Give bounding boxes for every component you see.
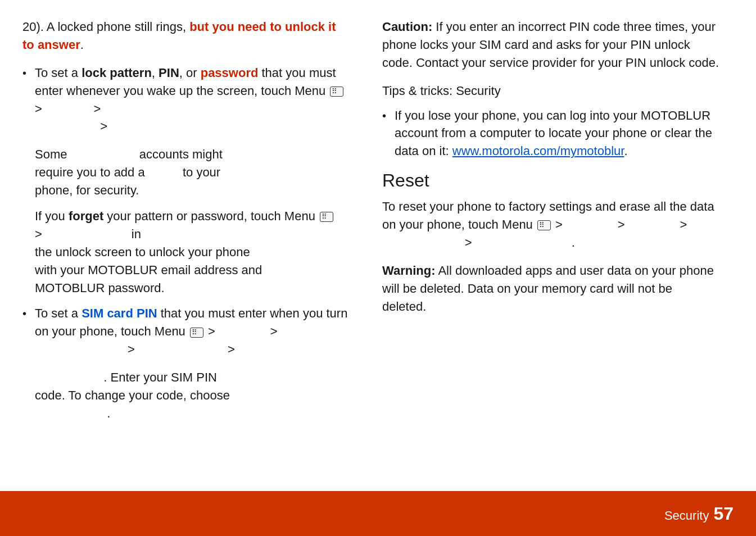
page-content: 20). A locked phone still rings, but you… (0, 0, 756, 491)
indent3-line2: with your MOTOBLUR email address and (35, 261, 348, 279)
menu-icon-3 (190, 328, 203, 338)
tips-bullet-dot: • (382, 108, 395, 161)
caution-label: Caution: (382, 20, 432, 34)
tips-link[interactable]: www.motorola.com/mymotoblur (452, 144, 624, 158)
indent1-line2: require you to add a to your (35, 163, 348, 181)
bullet1-prefix: To set a (35, 66, 82, 80)
intro-block: 20). A locked phone still rings, but you… (22, 18, 348, 54)
warning-label: Warning: (382, 264, 436, 278)
bullet1-bold3: password (201, 66, 259, 80)
caution-text: If you enter an incorrect PIN code three… (382, 20, 719, 70)
intro-text: 20). A locked phone still rings, (22, 20, 189, 34)
bullet-text-1: To set a lock pattern, PIN, or password … (35, 64, 348, 136)
indent4-line1: . Enter your SIM PIN (35, 369, 348, 387)
bullet-item-1: • To set a lock pattern, PIN, or passwor… (22, 64, 348, 136)
indent2-text: If you (35, 209, 69, 223)
indent4-line3: . (35, 405, 348, 423)
indent2-mid: your pattern or password, touch Menu (103, 209, 315, 223)
caution-block: Caution: If you enter an incorrect PIN c… (382, 18, 719, 72)
footer-page-number: 57 (713, 503, 734, 524)
footer-text: Security 57 (664, 503, 734, 524)
indent2-bold: forget (69, 209, 103, 223)
menu-icon-4 (537, 220, 551, 230)
indent3-line1: the unlock screen to unlock your phone (35, 243, 348, 261)
indent2-line1: If you forget your pattern or password, … (35, 207, 348, 243)
bullet2-prefix: To set a (35, 306, 82, 320)
menu-icon-2 (320, 212, 333, 222)
intro-end: . (80, 38, 84, 52)
gt-2: > (94, 102, 101, 116)
bullet-text-2: To set a SIM card PIN that you must ente… (35, 305, 348, 358)
gt-3: > (100, 119, 107, 133)
footer-section-label: Security (664, 508, 709, 523)
indent-block-4: . Enter your SIM PIN code. To change you… (35, 369, 348, 423)
right-column: Caution: If you enter an incorrect PIN c… (371, 18, 719, 446)
bullet-dot-1: • (22, 65, 35, 136)
indent3-line3: MOTOBLUR password. (35, 279, 348, 297)
indent1-line1: Some accounts might (35, 146, 348, 163)
indent1-line3: phone, for security. (35, 181, 348, 199)
bullet2-bold: SIM card PIN (82, 306, 157, 320)
warning-block: Warning: All downloaded apps and user da… (382, 262, 719, 316)
bullet1-mid2: , or (179, 66, 201, 80)
bullet1-mid1: , (152, 66, 159, 80)
tips-link-end: . (624, 144, 627, 158)
gt-1: > (35, 102, 42, 116)
tips-heading: Tips & tricks: Security (382, 82, 719, 100)
indent-block-2: If you forget your pattern or password, … (35, 207, 348, 297)
reset-heading: Reset (382, 170, 719, 191)
reset-block: To reset your phone to factory settings … (382, 198, 719, 252)
tips-bullet-text: If you lose your phone, you can log into… (395, 107, 719, 161)
bullet1-bold2: PIN (159, 66, 179, 80)
left-column: 20). A locked phone still rings, but you… (22, 18, 348, 446)
footer-bar: Security 57 (0, 491, 756, 536)
indent-block-1: Some accounts might require you to add a… (35, 146, 348, 199)
tips-bullet-item: • If you lose your phone, you can log in… (382, 107, 719, 161)
menu-icon-1 (330, 87, 343, 97)
bullet-dot-2: • (22, 306, 35, 358)
indent4-line2: code. To change your code, choose (35, 387, 348, 405)
bullet-item-2: • To set a SIM card PIN that you must en… (22, 305, 348, 358)
bullet1-bold1: lock pattern (82, 66, 152, 80)
